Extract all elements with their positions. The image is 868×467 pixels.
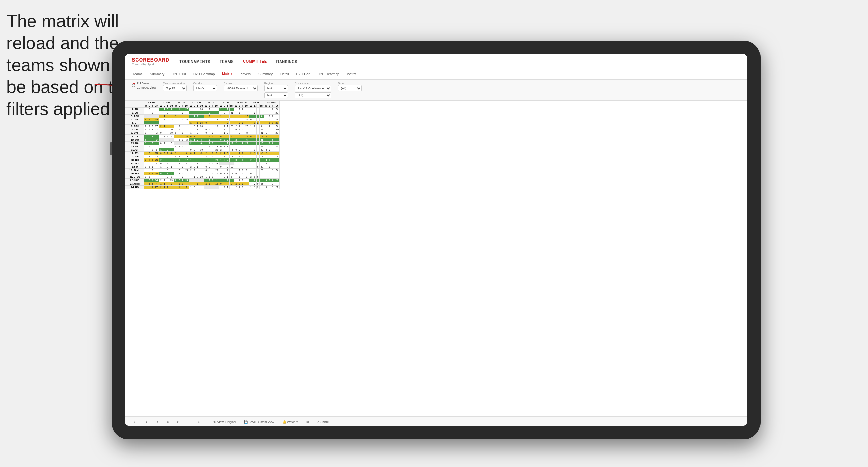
zoom-in-button[interactable]: ⊕ bbox=[164, 420, 171, 424]
undo-button[interactable]: ↩ bbox=[132, 420, 139, 424]
matrix-cell bbox=[193, 118, 196, 121]
matrix-cell bbox=[189, 118, 193, 121]
nav-rankings[interactable]: RANKINGS bbox=[276, 58, 297, 65]
matrix-cell: 2 bbox=[234, 186, 238, 189]
matrix-cell bbox=[238, 165, 241, 169]
matrix-cell: 0 bbox=[241, 152, 244, 155]
matrix-cell: 2 bbox=[253, 111, 256, 115]
division-select[interactable]: NCAA Division I NCAA Division II NCAA Di… bbox=[224, 85, 258, 91]
matrix-cell bbox=[174, 148, 178, 152]
watch-button[interactable]: 🔔 Watch ▾ bbox=[281, 420, 300, 424]
matrix-cell bbox=[174, 165, 178, 169]
matrix-cell bbox=[184, 142, 189, 145]
subnav-h2h-grid2[interactable]: H2H Grid bbox=[295, 69, 311, 79]
matrix-cell: -1 bbox=[214, 179, 219, 182]
view-original-button[interactable]: 👁 View: Original bbox=[211, 420, 238, 424]
matrix-cell: 2 bbox=[219, 148, 223, 152]
compact-view-radio[interactable]: Compact View bbox=[132, 86, 156, 89]
matrix-cell: 20 bbox=[184, 169, 189, 172]
matrix-cell bbox=[144, 169, 148, 172]
table-row: 21. ETSU100-32102011121013200 bbox=[125, 175, 280, 179]
matrix-cell bbox=[244, 186, 249, 189]
save-custom-view-button[interactable]: 💾 Save Custom View bbox=[242, 420, 276, 424]
matrix-cell bbox=[223, 121, 226, 125]
full-view-radio[interactable]: Full View bbox=[132, 82, 156, 85]
matrix-cell: 1 bbox=[189, 158, 193, 162]
subnav-matrix[interactable]: Matrix bbox=[221, 69, 233, 79]
subnav-players[interactable]: Players bbox=[239, 69, 251, 79]
matrix-cell: 19 bbox=[199, 148, 204, 152]
fit-button[interactable]: + bbox=[186, 420, 192, 424]
division-filter: Division NCAA Division I NCAA Division I… bbox=[224, 82, 258, 91]
subnav-h2h-heatmap[interactable]: H2H Heatmap bbox=[193, 69, 215, 79]
layout-button[interactable]: ⊞ bbox=[304, 420, 311, 424]
matrix-cell: 0 bbox=[178, 128, 181, 131]
matrix-cell bbox=[154, 135, 159, 138]
matrix-cell bbox=[174, 182, 178, 186]
matrix-cell bbox=[166, 115, 169, 118]
matrix-cell: 1 bbox=[249, 155, 253, 158]
matrix-cell bbox=[249, 145, 253, 148]
subnav-summary2[interactable]: Summary bbox=[258, 69, 273, 79]
subnav-summary[interactable]: Summary bbox=[149, 69, 165, 79]
matrix-cell: 1 bbox=[219, 158, 223, 162]
sub-dif6: Dif bbox=[229, 104, 234, 108]
subnav-teams[interactable]: Teams bbox=[132, 69, 143, 79]
matrix-cell: 2 bbox=[234, 182, 238, 186]
matrix-content[interactable]: 3. ASU 10. UW 11. UA 22. UCB 24. UO 27. … bbox=[125, 101, 747, 416]
conference-select[interactable]: Pac-12 Conference (All) bbox=[295, 85, 331, 91]
nav-teams[interactable]: TEAMS bbox=[220, 58, 234, 65]
gender-select[interactable]: Men's Women's bbox=[193, 85, 217, 91]
matrix-cell: 1 bbox=[208, 108, 211, 111]
matrix-cell: 0 bbox=[256, 175, 259, 179]
matrix-cell bbox=[169, 148, 174, 152]
matrix-cell bbox=[159, 145, 163, 148]
team-select[interactable]: (All) bbox=[338, 85, 362, 91]
zoom-out-button[interactable]: ⊖ bbox=[175, 420, 182, 424]
matrix-cell: 2 bbox=[159, 158, 163, 162]
sub-w4: W bbox=[189, 104, 193, 108]
matrix-cell: 1 bbox=[193, 152, 196, 155]
matrix-cell bbox=[274, 175, 279, 179]
matrix-cell: 2 bbox=[238, 121, 241, 125]
matrix-cell bbox=[144, 115, 148, 118]
nav-tournaments[interactable]: TOURNAMENTS bbox=[179, 58, 210, 65]
share-button[interactable]: ↗ Share bbox=[315, 420, 331, 424]
matrix-cell bbox=[163, 148, 166, 152]
subnav-h2h-heatmap2[interactable]: H2H Heatmap bbox=[317, 69, 340, 79]
matrix-cell bbox=[268, 152, 271, 155]
matrix-cell bbox=[274, 148, 279, 152]
matrix-cell bbox=[234, 175, 238, 179]
max-teams-select[interactable]: Top 25 Top 10 All bbox=[163, 85, 187, 91]
matrix-cell bbox=[226, 182, 229, 186]
matrix-cell bbox=[181, 148, 184, 152]
matrix-cell bbox=[238, 142, 241, 145]
subnav-detail[interactable]: Detail bbox=[280, 69, 290, 79]
subnav-h2h-grid[interactable]: H2H Grid bbox=[171, 69, 187, 79]
region-select2[interactable]: N/A bbox=[264, 92, 288, 98]
matrix-cell: 3 bbox=[244, 175, 249, 179]
redo-button[interactable]: ↪ bbox=[143, 420, 149, 424]
matrix-cell bbox=[259, 121, 264, 125]
nav-committee[interactable]: COMMITTEE bbox=[243, 58, 267, 65]
refresh-button[interactable]: ⊙ bbox=[153, 420, 160, 424]
timer-button[interactable]: ⏱ bbox=[196, 420, 203, 424]
matrix-cell bbox=[244, 121, 249, 125]
matrix-cell: 2 bbox=[208, 135, 211, 138]
matrix-cell: 1 bbox=[211, 162, 214, 165]
division-label: Division bbox=[224, 82, 258, 85]
row-label: 21. ETSU bbox=[125, 175, 144, 179]
subnav-matrix2[interactable]: Matrix bbox=[346, 69, 357, 79]
matrix-cell bbox=[163, 131, 166, 135]
matrix-cell: 0 bbox=[268, 165, 271, 169]
region-select[interactable]: N/A (All) bbox=[264, 85, 288, 91]
matrix-cell bbox=[193, 155, 196, 158]
matrix-cell: 1 bbox=[163, 125, 166, 128]
matrix-cell: 1 bbox=[238, 169, 241, 172]
matrix-cell bbox=[226, 148, 229, 152]
conference-select2[interactable]: (All) bbox=[295, 92, 331, 98]
matrix-cell bbox=[163, 111, 166, 115]
matrix-cell: 1 bbox=[174, 115, 178, 118]
matrix-cell bbox=[268, 108, 271, 111]
matrix-cell bbox=[253, 172, 256, 175]
